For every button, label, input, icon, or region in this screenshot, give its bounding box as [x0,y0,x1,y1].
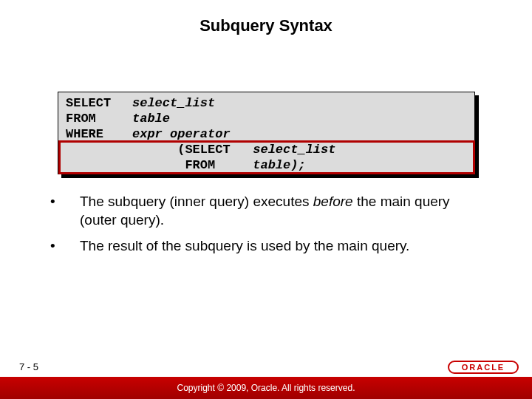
code-indent-2 [66,157,132,173]
code-kw-from: FROM [66,111,132,126]
code-kw-where: WHERE [66,126,132,142]
code-box: SELECTselect_list FROMtable WHEREexpr op… [58,92,475,174]
code-arg-expr-op: expr operator [132,126,231,142]
oracle-logo-text: ORACLE [448,361,519,374]
code-inner-from: FROM [185,157,215,173]
code-inner-open: (SELECT [177,142,230,157]
code-inner-table-close: table); [253,157,305,173]
code-inner-select-list: select_list [253,142,335,157]
code-indent-spaces-1 [132,142,177,157]
slide: Subquery Syntax SELECTselect_list FROMta… [0,0,532,399]
code-arg-select-list: select_list [132,95,215,111]
code-kw-select: SELECT [66,95,132,111]
bullet-marker: • [46,236,80,255]
bullet-marker: • [46,192,80,229]
bullet-1-text: The subquery (inner query) executes befo… [80,192,482,229]
code-inner-gap-2 [215,157,253,173]
copyright-text: Copyright © 2009, Oracle. All rights res… [0,383,532,393]
bullet-list: • The subquery (inner query) executes be… [46,192,482,262]
code-inner-gap-1 [231,142,253,157]
code-indent-1 [66,142,132,157]
bullet-2: • The result of the subquery is used by … [46,236,482,255]
bullet-2-text: The result of the subquery is used by th… [80,236,482,255]
slide-title: Subquery Syntax [0,16,532,35]
oracle-logo: ORACLE [448,361,519,374]
bullet-1: • The subquery (inner query) executes be… [46,192,482,229]
code-indent-spaces-2 [132,157,185,173]
code-arg-table: table [132,111,170,126]
page-number: 7 - 5 [19,361,38,372]
code-box-body: SELECTselect_list FROMtable WHEREexpr op… [58,92,475,174]
